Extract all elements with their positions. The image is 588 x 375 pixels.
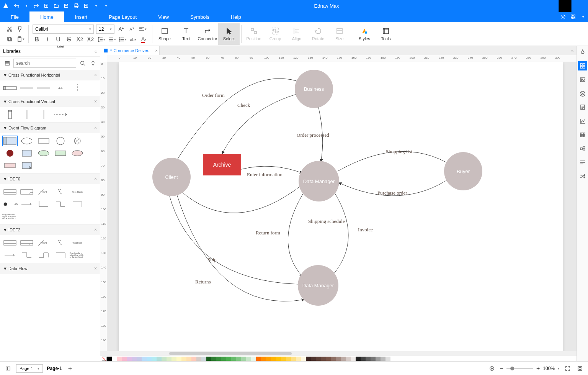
redo-icon[interactable] [31,0,41,11]
page-selector[interactable]: Page-1▾ [16,364,43,373]
library-nav-icon[interactable] [89,61,97,66]
doc-tab-ecommerce[interactable]: E Commerce Deliver... × [100,46,160,55]
tools-button[interactable]: Tools [375,23,397,45]
color-swatch[interactable] [221,357,226,361]
chart-icon[interactable] [578,116,587,126]
label-order-form[interactable]: Order form [202,92,225,98]
menu-symbols[interactable]: Symbols [180,11,220,22]
color-swatch[interactable] [385,357,390,361]
color-swatch[interactable] [172,357,176,361]
undo-icon[interactable] [11,0,21,11]
font-size-selector[interactable]: 12▾ [96,25,114,34]
node-client[interactable]: Client [152,158,191,196]
color-swatch[interactable] [281,357,286,361]
presentation-icon[interactable] [488,366,496,371]
more-caret-icon[interactable]: ▾ [101,0,111,11]
color-swatch[interactable] [167,357,172,361]
minimize-button[interactable] [542,0,557,11]
shuffle-icon[interactable] [578,172,587,181]
shape-note-blue[interactable] [19,160,34,171]
shape-idef2-drag[interactable]: Drag handle to adjust line width of the … [70,250,85,260]
menu-caret-icon[interactable]: ▾ [578,11,588,22]
underline-icon[interactable]: U [54,35,62,44]
rotate-button[interactable]: Rotate [307,23,329,45]
shape-idef0-1[interactable] [2,187,18,197]
zoom-out-button[interactable]: − [500,365,503,372]
color-swatch[interactable] [251,357,256,361]
color-swatch[interactable] [371,357,376,361]
label-check[interactable]: Check [237,102,250,108]
shape-idef0-dot[interactable]: A0 [2,199,18,210]
zoom-in-button[interactable]: + [536,365,540,372]
settings-icon[interactable] [558,11,568,22]
canvas[interactable]: Business Client Archive Data Manager Buy… [107,62,577,351]
shape-filled-circle[interactable] [2,148,18,159]
shape-swimlane-h3[interactable] [36,83,51,93]
image-icon[interactable] [578,75,587,84]
close-section-icon[interactable]: × [94,176,97,182]
shape-swimlane-v2[interactable] [19,109,34,120]
color-swatch[interactable] [306,357,311,361]
color-swatch[interactable] [107,357,112,361]
shape-idef0-arrow[interactable] [19,199,34,210]
menu-page-layout[interactable]: Page Layout [98,11,147,22]
bullets-icon[interactable]: ▾ [118,35,127,44]
shape-idef0-drag[interactable]: Drag handle to adjust line width of the … [2,211,18,222]
color-swatch[interactable] [261,357,266,361]
shape-idef0-2[interactable] [19,187,34,197]
node-business[interactable]: Business [295,70,333,108]
copy-icon[interactable] [5,35,14,43]
text-button[interactable]: Text [175,23,197,45]
shape-idef2-l3[interactable] [53,250,68,260]
shape-button[interactable]: Shape [154,23,175,45]
color-swatch[interactable] [191,357,196,361]
shape-idef0-textblock[interactable]: Text Block [70,187,85,197]
shape-separator-v[interactable] [70,83,85,93]
shape-rect-blue[interactable] [19,148,34,159]
color-swatch[interactable] [336,357,341,361]
color-swatch[interactable] [291,357,296,361]
shape-idef0-label1[interactable]: Label [36,187,51,197]
color-swatch[interactable] [152,357,157,361]
color-swatch[interactable] [351,357,356,361]
close-section-icon[interactable]: × [94,227,97,233]
fullscreen-icon[interactable] [576,366,584,371]
shape-swimlane-h1[interactable] [2,83,18,93]
shape-idef0-l3[interactable] [70,199,85,210]
shape-vide[interactable]: vide [53,83,68,93]
library-menu-icon[interactable] [3,61,11,66]
fit-page-icon[interactable] [564,366,572,371]
position-button[interactable]: Position [243,23,265,45]
theme-icon[interactable] [578,47,587,57]
shape-swimlane-v1[interactable] [2,109,18,120]
shape-idef2-l2[interactable] [36,250,51,260]
select-button[interactable]: Select [218,23,240,45]
label-shopping-list[interactable]: Shopping list [386,149,412,155]
line-spacing-icon[interactable]: ▾ [108,35,116,44]
color-swatch[interactable] [122,357,127,361]
font-selector[interactable]: Calibri▾ [33,25,94,34]
label-returns[interactable]: Returns [195,279,211,285]
color-swatch[interactable] [276,357,281,361]
menu-view[interactable]: View [147,11,180,22]
color-swatch[interactable] [271,357,276,361]
cut-icon[interactable] [5,25,14,33]
color-swatch[interactable] [301,357,306,361]
color-swatch[interactable] [196,357,201,361]
color-swatch[interactable] [376,357,381,361]
shape-idef0-l1[interactable] [36,199,51,210]
color-swatch[interactable] [206,357,211,361]
table-icon[interactable] [578,130,587,139]
color-swatch[interactable] [341,357,346,361]
shape-ellipse-pink[interactable] [70,148,85,159]
page-icon[interactable] [578,103,587,112]
layers-icon[interactable] [578,89,587,98]
section-idef2[interactable]: ▼ IDEF2× [0,224,100,235]
shape-ellipse[interactable] [19,136,34,146]
group-button[interactable]: Group [265,23,286,45]
color-swatch[interactable] [226,357,231,361]
connector-button[interactable]: Connector [197,23,218,45]
shape-idef2-arrow[interactable] [2,250,18,260]
color-swatch[interactable] [346,357,351,361]
color-swatch[interactable] [157,357,162,361]
